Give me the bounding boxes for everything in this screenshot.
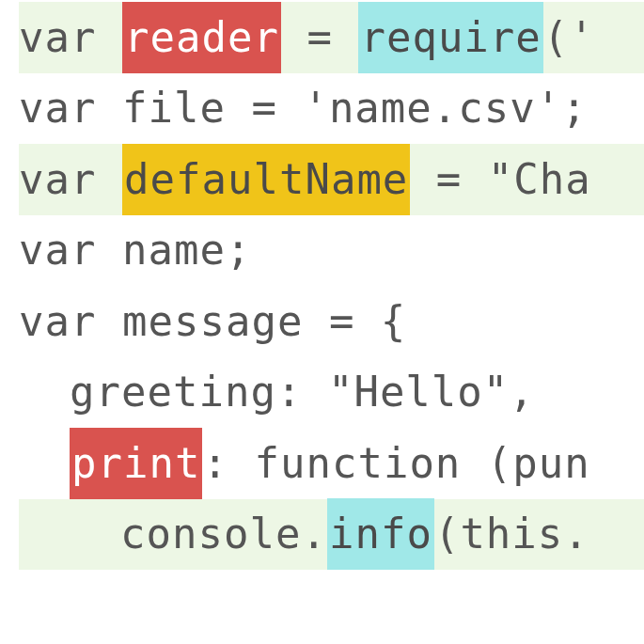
code-text: var name; — [19, 214, 251, 286]
code-line-3: var defaultName = "Cha — [19, 144, 644, 215]
code-line-1: var reader = require(' — [19, 2, 644, 73]
code-text: console. — [120, 498, 327, 570]
code-line-7: print: function (pun — [19, 428, 644, 499]
code-line-2: var file = 'name.csv'; — [19, 73, 644, 145]
identifier-print: print — [70, 428, 202, 499]
identifier-reader: reader — [122, 2, 281, 73]
operator-equals: = "Cha — [410, 144, 590, 215]
keyword-var: var — [19, 2, 122, 73]
identifier-info: info — [327, 498, 434, 570]
code-snippet: var reader = require(' var file = 'name.… — [0, 0, 644, 570]
identifier-defaultname: defaultName — [122, 144, 410, 215]
code-text: var file = 'name.csv'; — [19, 72, 588, 144]
operator-equals: = — [281, 2, 358, 73]
code-text: greeting: "Hello", — [70, 356, 535, 428]
code-text: (this. — [434, 498, 589, 570]
code-text: : function (pun — [202, 428, 589, 499]
paren-open: (' — [543, 2, 595, 73]
code-line-6: greeting: "Hello", — [19, 357, 644, 429]
code-text: var message = { — [19, 286, 406, 357]
keyword-var: var — [19, 144, 122, 215]
identifier-require: require — [358, 2, 542, 73]
code-line-4: var name; — [19, 215, 644, 287]
code-line-8: console.info(this. — [19, 499, 644, 571]
code-line-5: var message = { — [19, 286, 644, 357]
